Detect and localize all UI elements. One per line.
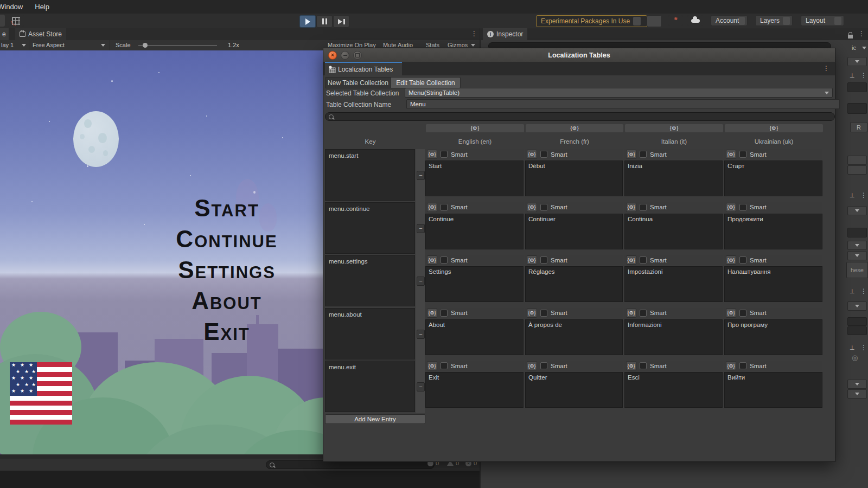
metadata-button[interactable]: {⚙} [427,361,437,370]
rail-dropdown[interactable] [847,251,867,260]
translation-field[interactable]: Informazioni [624,319,723,355]
metadata-button[interactable]: {⚙} [726,255,736,265]
game-pane-menu-icon[interactable]: ⋮ [471,30,477,37]
metadata-button[interactable]: {⚙} [527,255,537,265]
partial-text-button[interactable]: hese [846,262,868,278]
layers-dropdown[interactable]: Layers [755,15,793,26]
metadata-button[interactable]: {⚙} [527,150,537,159]
metadata-button[interactable]: {⚙} [726,309,736,318]
scale-slider[interactable] [138,45,217,46]
translation-field[interactable]: Réglages [525,266,623,302]
target-icon[interactable]: ◎ [852,354,858,362]
layout-dropdown[interactable]: Layout [801,15,844,26]
rail-kebab-icon[interactable]: ⋮ [860,72,867,79]
experimental-packages-warning[interactable]: Experimental Packages In Use [536,15,647,27]
rail-dropdown[interactable] [847,57,867,66]
translation-field[interactable]: Impostazioni [624,266,723,302]
inspector-menu-icon[interactable]: ⋮ [858,30,865,37]
key-cell[interactable]: menu.continue [325,202,415,254]
pause-button[interactable] [316,15,333,28]
rail-field[interactable] [847,317,867,326]
aspect-dropdown[interactable]: Free Aspect [33,42,65,48]
rail-kebab-icon[interactable]: ⋮ [860,191,867,199]
translation-field[interactable]: Esci [624,372,723,408]
metadata-button[interactable]: {⚙} [626,255,636,265]
step-button[interactable] [333,15,349,28]
game-menu-about[interactable]: About [126,285,327,316]
smart-checkbox[interactable] [739,256,746,264]
scale-slider-knob[interactable] [143,43,148,48]
inspector-lock-icon[interactable] [848,35,853,38]
metadata-button[interactable]: {⚙} [626,150,636,159]
rail-dropdown[interactable] [847,389,867,399]
smart-checkbox[interactable] [640,204,647,211]
metadata-button[interactable]: {⚙} [626,309,636,318]
smart-checkbox[interactable] [640,362,647,369]
game-menu-continue[interactable]: Continue [126,223,327,254]
smart-checkbox[interactable] [739,310,746,317]
metadata-button[interactable]: {⚙} [726,203,736,212]
translation-field[interactable]: Quitter [525,372,623,408]
r-button[interactable]: R [850,122,867,132]
partial-tool-button[interactable] [0,15,5,27]
smart-checkbox[interactable] [441,151,448,158]
rail-field[interactable] [847,326,867,335]
smart-checkbox[interactable] [540,310,547,317]
metadata-button[interactable]: {⚙} [427,203,437,212]
translation-field[interactable]: Continuer [525,214,623,249]
rail-dropdown[interactable] [847,206,867,215]
metadata-button[interactable]: {⚙} [626,361,636,370]
smart-checkbox[interactable] [640,256,647,264]
remove-entry-button[interactable]: − [417,171,425,180]
account-dropdown[interactable]: Account [711,15,748,26]
rail-kebab-icon[interactable]: ⋮ [860,344,867,351]
metadata-button[interactable]: {⚙} [427,255,437,265]
smart-checkbox[interactable] [441,256,448,264]
cloud-button[interactable] [687,15,703,26]
metadata-button[interactable]: {⚙} [726,361,736,370]
key-cell[interactable]: menu.about [325,308,415,359]
smart-checkbox[interactable] [441,310,448,317]
static-dropdown-partial[interactable]: ic [852,44,856,51]
translation-field[interactable]: Продовжити [724,214,822,249]
metadata-button[interactable]: {⚙} [527,203,537,212]
tab-game-partial[interactable]: e [0,28,9,40]
remove-entry-button[interactable]: − [417,330,425,339]
metadata-button[interactable]: {⚙} [527,309,537,318]
metadata-button[interactable]: {⚙} [427,150,437,159]
preset-icon[interactable]: ⊥ [850,344,855,351]
smart-checkbox[interactable] [640,310,647,317]
metadata-button[interactable]: {⚙} [726,150,736,159]
undo-history-button[interactable] [647,15,662,27]
translation-field[interactable]: Exit [425,372,524,408]
translation-field[interactable]: About [425,319,524,355]
add-new-entry-button[interactable]: Add New Entry [325,414,425,424]
rail-field[interactable] [847,156,867,165]
play-button[interactable] [299,15,316,28]
smart-checkbox[interactable] [441,362,448,369]
smart-checkbox[interactable] [739,204,746,211]
translation-field[interactable]: Вийти [724,372,822,408]
translation-field[interactable]: À propos de [525,319,623,355]
tab-inspector[interactable]: i Inspector [483,28,527,40]
preset-icon[interactable]: ⊥ [850,288,855,295]
smart-checkbox[interactable] [640,151,647,158]
smart-checkbox[interactable] [540,362,547,369]
game-menu-exit[interactable]: Exit [126,316,327,347]
remove-entry-button[interactable]: − [417,382,425,391]
smart-checkbox[interactable] [441,204,448,211]
preset-icon[interactable]: ⊥ [850,72,855,79]
rail-dropdown[interactable] [847,301,867,311]
collab-button[interactable]: * [668,15,683,26]
metadata-button[interactable]: {⚙} [427,309,437,318]
smart-checkbox[interactable] [540,151,547,158]
rail-dropdown[interactable] [847,380,867,389]
game-menu-settings[interactable]: Settings [126,254,327,285]
menu-window[interactable]: Window [0,3,25,11]
smart-checkbox[interactable] [739,362,746,369]
key-cell[interactable]: menu.start [325,149,415,201]
remove-entry-button[interactable]: − [417,277,425,286]
translation-field[interactable]: Налаштування [724,266,822,302]
smart-checkbox[interactable] [540,204,547,211]
translation-field[interactable]: Début [525,160,623,196]
